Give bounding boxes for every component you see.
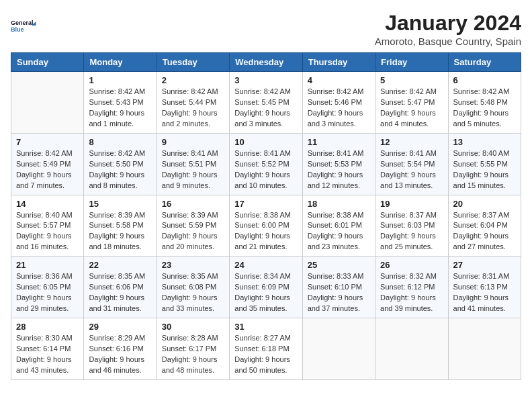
calendar-cell: 6Sunrise: 8:42 AM Sunset: 5:48 PM Daylig… bbox=[448, 72, 521, 134]
calendar-cell: 29Sunrise: 8:29 AM Sunset: 6:16 PM Dayli… bbox=[84, 318, 157, 380]
day-number: 11 bbox=[308, 137, 370, 147]
day-number: 27 bbox=[453, 260, 516, 270]
calendar-cell bbox=[375, 318, 448, 380]
day-detail: Sunrise: 8:32 AM Sunset: 6:12 PM Dayligh… bbox=[380, 271, 443, 314]
day-number: 3 bbox=[234, 75, 297, 85]
day-detail: Sunrise: 8:35 AM Sunset: 6:08 PM Dayligh… bbox=[162, 271, 224, 314]
calendar-cell: 25Sunrise: 8:33 AM Sunset: 6:10 PM Dayli… bbox=[302, 257, 375, 318]
svg-text:General: General bbox=[11, 19, 34, 26]
calendar-week-row: 28Sunrise: 8:30 AM Sunset: 6:14 PM Dayli… bbox=[11, 318, 521, 380]
day-number: 31 bbox=[234, 322, 297, 332]
calendar-cell bbox=[11, 72, 84, 134]
day-detail: Sunrise: 8:42 AM Sunset: 5:45 PM Dayligh… bbox=[234, 87, 297, 130]
calendar-cell: 20Sunrise: 8:37 AM Sunset: 6:04 PM Dayli… bbox=[448, 195, 521, 257]
day-detail: Sunrise: 8:30 AM Sunset: 6:14 PM Dayligh… bbox=[16, 333, 79, 376]
calendar-cell: 1Sunrise: 8:42 AM Sunset: 5:43 PM Daylig… bbox=[84, 72, 157, 134]
calendar-header-sunday: Sunday bbox=[11, 53, 84, 72]
day-detail: Sunrise: 8:38 AM Sunset: 6:00 PM Dayligh… bbox=[234, 210, 297, 253]
day-number: 22 bbox=[89, 260, 151, 270]
day-number: 1 bbox=[89, 75, 151, 85]
day-number: 23 bbox=[162, 260, 224, 270]
calendar-cell: 23Sunrise: 8:35 AM Sunset: 6:08 PM Dayli… bbox=[157, 257, 229, 318]
calendar-cell: 4Sunrise: 8:42 AM Sunset: 5:46 PM Daylig… bbox=[302, 72, 375, 134]
day-number: 13 bbox=[453, 137, 516, 147]
calendar-table: SundayMondayTuesdayWednesdayThursdayFrid… bbox=[11, 52, 521, 380]
day-number: 6 bbox=[453, 75, 516, 85]
calendar-header-monday: Monday bbox=[84, 53, 157, 72]
calendar-cell: 2Sunrise: 8:42 AM Sunset: 5:44 PM Daylig… bbox=[157, 72, 229, 134]
day-number: 12 bbox=[380, 137, 443, 147]
calendar-week-row: 7Sunrise: 8:42 AM Sunset: 5:49 PM Daylig… bbox=[11, 133, 521, 195]
day-detail: Sunrise: 8:38 AM Sunset: 6:01 PM Dayligh… bbox=[308, 210, 370, 253]
calendar-cell: 14Sunrise: 8:40 AM Sunset: 5:57 PM Dayli… bbox=[11, 195, 84, 257]
day-detail: Sunrise: 8:31 AM Sunset: 6:13 PM Dayligh… bbox=[453, 271, 516, 314]
day-detail: Sunrise: 8:42 AM Sunset: 5:44 PM Dayligh… bbox=[162, 87, 224, 130]
day-number: 8 bbox=[89, 137, 151, 147]
calendar-cell: 30Sunrise: 8:28 AM Sunset: 6:17 PM Dayli… bbox=[157, 318, 229, 380]
calendar-header-saturday: Saturday bbox=[448, 53, 521, 72]
day-detail: Sunrise: 8:28 AM Sunset: 6:17 PM Dayligh… bbox=[162, 333, 224, 376]
calendar-cell: 28Sunrise: 8:30 AM Sunset: 6:14 PM Dayli… bbox=[11, 318, 84, 380]
calendar-header-row: SundayMondayTuesdayWednesdayThursdayFrid… bbox=[11, 53, 521, 72]
calendar-week-row: 21Sunrise: 8:36 AM Sunset: 6:05 PM Dayli… bbox=[11, 257, 521, 318]
calendar-cell: 16Sunrise: 8:39 AM Sunset: 5:59 PM Dayli… bbox=[157, 195, 229, 257]
day-number: 2 bbox=[162, 75, 224, 85]
day-detail: Sunrise: 8:42 AM Sunset: 5:43 PM Dayligh… bbox=[89, 87, 151, 130]
day-detail: Sunrise: 8:41 AM Sunset: 5:54 PM Dayligh… bbox=[380, 148, 443, 191]
day-number: 24 bbox=[234, 260, 297, 270]
day-detail: Sunrise: 8:39 AM Sunset: 5:58 PM Dayligh… bbox=[89, 210, 151, 253]
calendar-week-row: 1Sunrise: 8:42 AM Sunset: 5:43 PM Daylig… bbox=[11, 72, 521, 134]
header: General Blue January 2024 Amoroto, Basqu… bbox=[11, 11, 521, 47]
day-number: 16 bbox=[162, 199, 224, 209]
day-detail: Sunrise: 8:35 AM Sunset: 6:06 PM Dayligh… bbox=[89, 271, 151, 314]
day-number: 5 bbox=[380, 75, 443, 85]
day-detail: Sunrise: 8:39 AM Sunset: 5:59 PM Dayligh… bbox=[162, 210, 224, 253]
calendar-cell: 15Sunrise: 8:39 AM Sunset: 5:58 PM Dayli… bbox=[84, 195, 157, 257]
calendar-cell: 19Sunrise: 8:37 AM Sunset: 6:03 PM Dayli… bbox=[375, 195, 448, 257]
day-number: 4 bbox=[308, 75, 370, 85]
calendar-cell: 24Sunrise: 8:34 AM Sunset: 6:09 PM Dayli… bbox=[230, 257, 302, 318]
calendar-cell: 22Sunrise: 8:35 AM Sunset: 6:06 PM Dayli… bbox=[84, 257, 157, 318]
day-detail: Sunrise: 8:41 AM Sunset: 5:53 PM Dayligh… bbox=[308, 148, 370, 191]
day-number: 28 bbox=[16, 322, 79, 332]
calendar-cell: 27Sunrise: 8:31 AM Sunset: 6:13 PM Dayli… bbox=[448, 257, 521, 318]
title-area: January 2024 Amoroto, Basque Country, Sp… bbox=[375, 11, 521, 47]
day-number: 17 bbox=[234, 199, 297, 209]
day-number: 25 bbox=[308, 260, 370, 270]
logo-svg: General Blue bbox=[11, 11, 38, 40]
day-number: 26 bbox=[380, 260, 443, 270]
calendar-week-row: 14Sunrise: 8:40 AM Sunset: 5:57 PM Dayli… bbox=[11, 195, 521, 257]
calendar-cell: 18Sunrise: 8:38 AM Sunset: 6:01 PM Dayli… bbox=[302, 195, 375, 257]
day-number: 29 bbox=[89, 322, 151, 332]
calendar-cell: 12Sunrise: 8:41 AM Sunset: 5:54 PM Dayli… bbox=[375, 133, 448, 195]
calendar-cell: 9Sunrise: 8:41 AM Sunset: 5:51 PM Daylig… bbox=[157, 133, 229, 195]
calendar-cell: 31Sunrise: 8:27 AM Sunset: 6:18 PM Dayli… bbox=[230, 318, 302, 380]
day-number: 9 bbox=[162, 137, 224, 147]
day-detail: Sunrise: 8:40 AM Sunset: 5:55 PM Dayligh… bbox=[453, 148, 516, 191]
main-title: January 2024 bbox=[375, 11, 521, 36]
calendar-cell: 21Sunrise: 8:36 AM Sunset: 6:05 PM Dayli… bbox=[11, 257, 84, 318]
day-number: 30 bbox=[162, 322, 224, 332]
day-number: 7 bbox=[16, 137, 79, 147]
calendar-cell: 11Sunrise: 8:41 AM Sunset: 5:53 PM Dayli… bbox=[302, 133, 375, 195]
day-detail: Sunrise: 8:41 AM Sunset: 5:52 PM Dayligh… bbox=[234, 148, 297, 191]
svg-text:Blue: Blue bbox=[11, 26, 24, 33]
calendar-cell: 8Sunrise: 8:42 AM Sunset: 5:50 PM Daylig… bbox=[84, 133, 157, 195]
day-number: 21 bbox=[16, 260, 79, 270]
day-detail: Sunrise: 8:40 AM Sunset: 5:57 PM Dayligh… bbox=[16, 210, 79, 253]
subtitle: Amoroto, Basque Country, Spain bbox=[375, 36, 521, 47]
day-detail: Sunrise: 8:37 AM Sunset: 6:03 PM Dayligh… bbox=[380, 210, 443, 253]
day-detail: Sunrise: 8:42 AM Sunset: 5:48 PM Dayligh… bbox=[453, 87, 516, 130]
day-detail: Sunrise: 8:36 AM Sunset: 6:05 PM Dayligh… bbox=[16, 271, 79, 314]
day-detail: Sunrise: 8:34 AM Sunset: 6:09 PM Dayligh… bbox=[234, 271, 297, 314]
logo: General Blue bbox=[11, 11, 38, 40]
day-detail: Sunrise: 8:29 AM Sunset: 6:16 PM Dayligh… bbox=[89, 333, 151, 376]
day-number: 14 bbox=[16, 199, 79, 209]
calendar-cell: 26Sunrise: 8:32 AM Sunset: 6:12 PM Dayli… bbox=[375, 257, 448, 318]
calendar-header-thursday: Thursday bbox=[302, 53, 375, 72]
day-number: 20 bbox=[453, 199, 516, 209]
day-detail: Sunrise: 8:42 AM Sunset: 5:46 PM Dayligh… bbox=[308, 87, 370, 130]
calendar-cell: 10Sunrise: 8:41 AM Sunset: 5:52 PM Dayli… bbox=[230, 133, 302, 195]
calendar-cell bbox=[302, 318, 375, 380]
day-detail: Sunrise: 8:27 AM Sunset: 6:18 PM Dayligh… bbox=[234, 333, 297, 376]
